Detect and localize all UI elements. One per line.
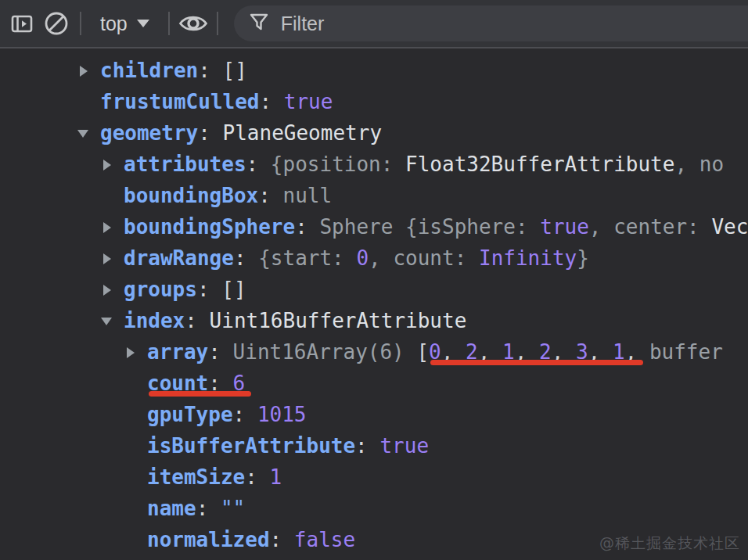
property-value: , <box>552 340 576 364</box>
property-value: : <box>198 121 222 145</box>
toolbar-divider <box>80 12 81 35</box>
property-value: : <box>185 309 209 332</box>
eye-icon <box>178 11 209 36</box>
property-value: , <box>478 340 502 364</box>
create-live-expression-button[interactable] <box>176 6 210 41</box>
property-value: true <box>379 434 429 458</box>
property-value: : <box>258 184 282 207</box>
property-value: PlaneGeometry <box>223 121 383 145</box>
filter-field[interactable] <box>234 5 748 41</box>
collapse-arrow-icon[interactable] <box>101 318 112 325</box>
expand-arrow-icon[interactable] <box>80 66 88 77</box>
property-name: frustumCulled <box>100 90 260 113</box>
console-object-tree: children: []frustumCulled: truegeometry:… <box>0 48 748 558</box>
tree-row[interactable]: count: 6 <box>0 368 748 399</box>
property-value: , count: <box>369 246 479 270</box>
property-value: 1 <box>270 465 282 489</box>
red-underline-annotation: count: 6 <box>147 368 245 399</box>
toggle-console-sidebar-button[interactable] <box>5 6 39 41</box>
property-name: geometry <box>100 121 198 145</box>
tree-row[interactable]: frustumCulled: true <box>0 86 748 117</box>
tree-row[interactable]: isBufferAttribute: true <box>0 430 748 461</box>
javascript-context-dropdown[interactable]: top <box>88 6 162 41</box>
property-name: drawRange <box>124 246 234 270</box>
property-value: {start: <box>258 246 356 270</box>
chevron-down-icon <box>137 20 149 27</box>
devtools-console-toolbar: top <box>0 0 748 48</box>
property-value: 2 <box>466 340 478 364</box>
property-value: 1 <box>613 340 625 364</box>
property-name: gpuType <box>147 403 233 426</box>
property-value: true <box>284 90 333 113</box>
clear-console-button[interactable] <box>39 6 74 41</box>
property-value: : <box>234 246 258 270</box>
tree-row[interactable]: attributes: {position: Float32BufferAttr… <box>0 149 748 180</box>
property-value: : <box>355 434 379 458</box>
tree-row[interactable]: groups: [] <box>0 274 748 305</box>
tree-row[interactable]: children: [] <box>0 55 748 86</box>
property-value: : <box>245 465 269 489</box>
red-underline-annotation: 0, 2, 1, 2, 3, 1, <box>429 336 637 368</box>
property-value: Uint16BufferAttribute <box>210 309 467 332</box>
expand-arrow-icon[interactable] <box>127 347 135 358</box>
tree-row[interactable]: geometry: PlaneGeometry <box>0 117 748 149</box>
tree-row[interactable]: itemSize: 1 <box>0 461 748 493</box>
property-value: , <box>588 340 613 364</box>
tree-row[interactable]: boundingSphere: Sphere {isSphere: true, … <box>0 211 748 242</box>
watermark: @稀土掘金技术社区 <box>599 533 740 554</box>
tree-row[interactable]: index: Uint16BufferAttribute <box>0 305 748 336</box>
property-value: : <box>197 278 221 301</box>
tree-row[interactable]: gpuType: 1015 <box>0 399 748 430</box>
expand-arrow-icon[interactable] <box>103 285 111 296</box>
filter-input[interactable] <box>281 13 748 35</box>
property-value: : <box>246 153 271 176</box>
tree-row[interactable]: drawRange: {start: 0, count: Infinity} <box>0 242 748 274</box>
property-value: true <box>540 215 589 239</box>
property-value: } <box>577 246 589 270</box>
tree-row[interactable]: boundingBox: null <box>0 180 748 211</box>
property-name: itemSize <box>147 465 245 489</box>
clear-console-icon <box>43 10 70 37</box>
property-value: 0 <box>429 340 441 364</box>
toolbar-divider <box>217 12 218 35</box>
property-value: "" <box>221 497 245 520</box>
property-name: attributes <box>124 153 246 176</box>
property-value: : <box>208 340 232 364</box>
property-name: index <box>124 309 185 332</box>
property-value: 0 <box>356 246 369 270</box>
property-value: : <box>295 215 319 239</box>
property-value: false <box>294 528 355 551</box>
property-value: : <box>260 90 284 113</box>
property-value: [ <box>416 340 429 364</box>
property-value: , <box>515 340 539 364</box>
property-value: Infinity <box>479 246 577 270</box>
property-value: , <box>625 340 638 364</box>
property-name: children <box>100 59 198 82</box>
property-value: {position: <box>271 153 405 176</box>
property-name: name <box>147 497 196 520</box>
context-label: top <box>100 13 128 35</box>
property-value: : <box>196 497 221 520</box>
property-value: Uint16Array(6) <box>233 340 417 364</box>
property-value: null <box>283 184 333 207</box>
property-value: 1015 <box>257 403 307 426</box>
property-value: buffer <box>649 340 723 364</box>
funnel-icon <box>248 11 270 36</box>
property-value: Sphere {isSphere: <box>319 215 540 239</box>
property-name: boundingSphere <box>124 215 295 239</box>
tree-row[interactable]: name: "" <box>0 493 748 524</box>
property-value: 1 <box>502 340 515 364</box>
property-value: 2 <box>539 340 552 364</box>
property-value: 3 <box>576 340 588 364</box>
expand-arrow-icon[interactable] <box>103 222 111 233</box>
property-value: : <box>208 372 232 395</box>
collapse-arrow-icon[interactable] <box>77 130 88 138</box>
expand-arrow-icon[interactable] <box>103 160 111 171</box>
property-name: normalized <box>147 528 270 551</box>
property-value: [] <box>221 278 246 301</box>
tree-row[interactable]: array: Uint16Array(6) [0, 2, 1, 2, 3, 1,… <box>0 336 748 368</box>
property-value: : <box>198 59 222 82</box>
expand-arrow-icon[interactable] <box>103 253 111 264</box>
property-value: [] <box>223 59 247 82</box>
property-name: boundingBox <box>124 184 258 207</box>
